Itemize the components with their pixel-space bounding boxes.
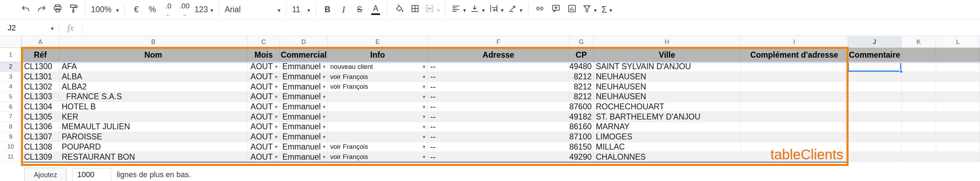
cell-D8[interactable]: Emmanuel▾: [280, 122, 328, 132]
cell-G10[interactable]: 86150: [569, 142, 593, 152]
cell-I3[interactable]: [741, 72, 848, 82]
cell-B2[interactable]: AFA: [59, 62, 248, 72]
cell-D10[interactable]: Emmanuel▾: [280, 142, 328, 152]
insert-comment-button[interactable]: [548, 2, 564, 18]
cell-B5[interactable]: FRANCE S.A.S: [59, 92, 248, 102]
undo-button[interactable]: [18, 2, 33, 18]
cell-I6[interactable]: [741, 102, 848, 112]
cell-E7[interactable]: ▾: [328, 112, 428, 122]
cell-I8[interactable]: [741, 122, 848, 132]
cell-G8[interactable]: 86160: [569, 122, 593, 132]
dropdown-arrow-icon[interactable]: ▾: [423, 134, 425, 140]
header-cell-B[interactable]: Nom: [59, 48, 248, 62]
cell-E6[interactable]: ▾: [328, 102, 428, 112]
cell-K7[interactable]: [902, 112, 936, 122]
paint-format-button[interactable]: [65, 2, 81, 18]
header-cell-H[interactable]: Ville: [593, 48, 741, 62]
dropdown-arrow-icon[interactable]: ▾: [423, 64, 425, 70]
cell-A10[interactable]: CL1308: [22, 142, 59, 152]
cell-D9[interactable]: Emmanuel▾: [280, 132, 328, 142]
cell-L10[interactable]: [936, 142, 980, 152]
header-cell-L[interactable]: [936, 48, 980, 62]
cell-J3[interactable]: [848, 72, 902, 82]
cell-E9[interactable]: ▾: [328, 132, 428, 142]
cell-K9[interactable]: [902, 132, 936, 142]
dropdown-arrow-icon[interactable]: ▾: [423, 94, 425, 100]
cell-L3[interactable]: [936, 72, 980, 82]
cell-C7[interactable]: AOUT▾: [248, 112, 280, 122]
cell-D3[interactable]: Emmanuel▾: [280, 72, 328, 82]
more-formats-button[interactable]: 123: [192, 2, 215, 18]
cell-H11[interactable]: CHALONNES: [593, 152, 741, 162]
column-header-E[interactable]: E: [328, 36, 428, 48]
cell-D11[interactable]: Emmanuel▾: [280, 152, 328, 162]
header-cell-C[interactable]: Mois: [248, 48, 280, 62]
cell-A3[interactable]: CL1301: [22, 72, 59, 82]
cell-E4[interactable]: voir François▾: [328, 82, 428, 92]
bold-button[interactable]: B: [319, 2, 336, 18]
row-header-3[interactable]: 3: [0, 72, 22, 82]
column-header-J[interactable]: J: [848, 36, 902, 48]
cell-H5[interactable]: NEUHAUSEN: [593, 92, 741, 102]
redo-button[interactable]: [33, 2, 49, 18]
dropdown-arrow-icon[interactable]: ▾: [323, 134, 326, 140]
cell-C2[interactable]: AOUT▾: [248, 62, 280, 72]
cell-K4[interactable]: [902, 82, 936, 92]
column-header-B[interactable]: B: [59, 36, 248, 48]
cell-E8[interactable]: ▾: [328, 122, 428, 132]
dropdown-arrow-icon[interactable]: ▾: [275, 114, 277, 120]
merge-cells-button[interactable]: [423, 2, 442, 18]
cell-H4[interactable]: NEUHAUSEN: [593, 82, 741, 92]
dropdown-arrow-icon[interactable]: ▾: [275, 104, 277, 110]
cell-J7[interactable]: [848, 112, 902, 122]
cell-J9[interactable]: [848, 132, 902, 142]
cell-H9[interactable]: LIMOGES: [593, 132, 741, 142]
cell-L8[interactable]: [936, 122, 980, 132]
cell-F10[interactable]: --: [428, 142, 569, 152]
dropdown-arrow-icon[interactable]: ▾: [423, 144, 425, 150]
zoom-select[interactable]: 100%: [89, 2, 121, 18]
dropdown-arrow-icon[interactable]: ▾: [323, 114, 326, 120]
dropdown-arrow-icon[interactable]: ▾: [323, 144, 326, 150]
cell-K5[interactable]: [902, 92, 936, 102]
dropdown-arrow-icon[interactable]: ▾: [275, 83, 277, 90]
header-cell-G[interactable]: CP: [569, 48, 593, 62]
cell-G6[interactable]: 87600: [569, 102, 593, 112]
dropdown-arrow-icon[interactable]: ▾: [323, 94, 326, 100]
fill-color-button[interactable]: [391, 2, 407, 18]
cell-B7[interactable]: KER: [59, 112, 248, 122]
cell-J6[interactable]: [848, 102, 902, 112]
column-header-A[interactable]: A: [22, 36, 59, 48]
row-header-2[interactable]: 2: [0, 62, 22, 72]
header-cell-F[interactable]: Adresse: [428, 48, 569, 62]
header-cell-I[interactable]: Complément d'adresse: [741, 48, 848, 62]
cell-C5[interactable]: AOUT▾: [248, 92, 280, 102]
dropdown-arrow-icon[interactable]: ▾: [275, 64, 277, 70]
cell-B6[interactable]: HOTEL B: [59, 102, 248, 112]
cell-K8[interactable]: [902, 122, 936, 132]
cell-F9[interactable]: --: [428, 132, 569, 142]
cell-E10[interactable]: voir François▾: [328, 142, 428, 152]
cell-H6[interactable]: ROCHECHOUART: [593, 102, 741, 112]
cell-H8[interactable]: MARNAY: [593, 122, 741, 132]
cell-name-box[interactable]: J2: [0, 23, 59, 32]
header-cell-D[interactable]: Commercial: [280, 48, 328, 62]
cell-K11[interactable]: [902, 152, 936, 162]
dropdown-arrow-icon[interactable]: ▾: [275, 134, 277, 140]
cell-L2[interactable]: [936, 62, 980, 72]
cell-F3[interactable]: --: [428, 72, 569, 82]
cell-G9[interactable]: 87100: [569, 132, 593, 142]
cell-L9[interactable]: [936, 132, 980, 142]
column-header-G[interactable]: G: [569, 36, 593, 48]
cell-C8[interactable]: AOUT▾: [248, 122, 280, 132]
dropdown-arrow-icon[interactable]: ▾: [323, 64, 326, 70]
cell-F6[interactable]: --: [428, 102, 569, 112]
dropdown-arrow-icon[interactable]: ▾: [423, 124, 425, 130]
dropdown-arrow-icon[interactable]: ▾: [423, 104, 425, 110]
format-currency-button[interactable]: €: [128, 2, 144, 18]
dropdown-arrow-icon[interactable]: ▾: [275, 94, 277, 100]
vertical-align-button[interactable]: [468, 2, 487, 18]
dropdown-arrow-icon[interactable]: ▾: [423, 74, 425, 80]
row-header-8[interactable]: 8: [0, 122, 22, 132]
text-wrap-button[interactable]: [487, 2, 506, 18]
